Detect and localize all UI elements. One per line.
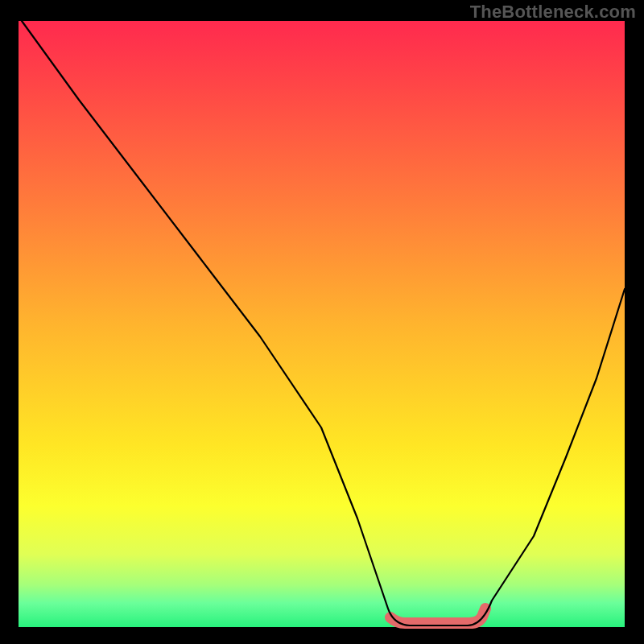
curve-overlay	[19, 21, 625, 627]
optimal-range-marker	[390, 609, 485, 623]
chart-frame: TheBottleneck.com	[0, 0, 644, 644]
bottleneck-curve	[22, 21, 625, 625]
plot-area	[19, 21, 625, 627]
attribution-text: TheBottleneck.com	[470, 2, 636, 23]
